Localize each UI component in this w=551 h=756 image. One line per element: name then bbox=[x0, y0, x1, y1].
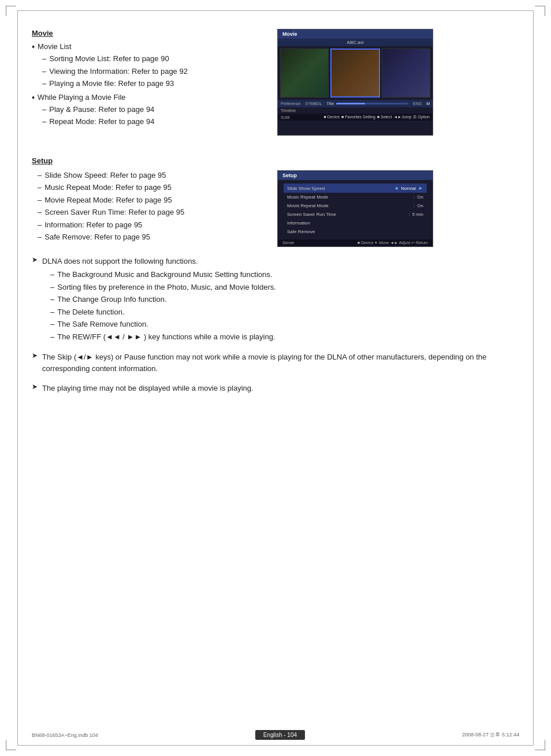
footer-file: BN68-01653A~Eng.indb 104 bbox=[32, 732, 98, 738]
diamond-icon: ♦ bbox=[32, 43, 35, 50]
while-playing-item: ♦ While Playing a Movie File bbox=[32, 93, 260, 102]
thumbnail-3 bbox=[382, 48, 430, 98]
dash-icon: – bbox=[42, 53, 46, 65]
slideshow-val: Normal bbox=[401, 186, 416, 191]
movie-ui-screenshot: Movie ABC.avi Preference SYMBOL Title bbox=[277, 29, 433, 136]
note-playtime-text: The playing time may not be displayed wh… bbox=[42, 383, 519, 394]
pref-label: Preference bbox=[281, 102, 300, 106]
dash-icon: – bbox=[38, 231, 42, 243]
dash-icon: – bbox=[42, 66, 46, 77]
setup-item: Screen Saver Run Time: Refer to page 95 bbox=[44, 207, 184, 218]
dash-icon: – bbox=[50, 319, 54, 330]
symbol-label: SYMBOL bbox=[305, 102, 322, 106]
diamond-icon: ♦ bbox=[32, 94, 35, 100]
list-item: – Safe Remove: Refer to page 95 bbox=[38, 231, 260, 243]
while-playing-label: While Playing a Movie File bbox=[38, 93, 125, 102]
list-item: – Sorting files by preference in the Pho… bbox=[50, 282, 519, 293]
notes-section: ➤ DLNA does not support the following fu… bbox=[32, 256, 519, 395]
note-arrow-icon: ➤ bbox=[32, 383, 38, 391]
note-skip: ➤ The Skip (◄/► keys) or Pause function … bbox=[32, 351, 519, 375]
music-label: Music Repeat Mode bbox=[287, 194, 411, 200]
subitem-text: Sorting Movie List: Refer to page 90 bbox=[49, 53, 169, 65]
list-item: – Sorting Movie List: Refer to page 90 bbox=[42, 53, 260, 65]
bottom-left: SUM bbox=[281, 115, 290, 119]
saferemove-label: Safe Remove bbox=[287, 229, 423, 234]
footer-timestamp: 2008-08-27 오후 5:12:44 bbox=[462, 731, 519, 739]
note-arrow-icon: ➤ bbox=[32, 351, 38, 360]
dash-icon: – bbox=[42, 104, 46, 115]
subitem-text: Playing a Movie file: Refer to page 93 bbox=[49, 78, 174, 89]
setup-row-screensaver: Screen Saver Run Time : 5 min bbox=[284, 210, 427, 219]
movie-list-subitems: – Sorting Movie List: Refer to page 90 –… bbox=[42, 53, 260, 89]
dash-icon: – bbox=[38, 207, 42, 218]
setup-row-movie: Movie Repeat Mode : On bbox=[284, 201, 427, 210]
dash-icon: – bbox=[38, 182, 42, 193]
title-label: Title bbox=[326, 102, 334, 106]
list-item: – Playing a Movie file: Refer to page 93 bbox=[42, 78, 260, 89]
slideshow-label: Slide Show Speed bbox=[287, 186, 393, 191]
setup-ui-header: Setup bbox=[278, 171, 433, 180]
note-arrow-icon: ➤ bbox=[32, 256, 38, 264]
note-dlna-subitems: – The Background Music and Background Mu… bbox=[50, 269, 519, 342]
movie-ui-filename: ABC.avi bbox=[278, 39, 433, 46]
note-dlna-text: DLNA does not support the following func… bbox=[42, 256, 519, 343]
bottom-icons: ■ Device ■ Favorites Setting ■ Select ◄►… bbox=[324, 115, 430, 119]
movie-info-bar: Preference SYMBOL Title ENG M bbox=[278, 100, 433, 107]
setup-item: Information: Refer to page 95 bbox=[44, 219, 142, 231]
setup-bottom-left: Server bbox=[282, 241, 295, 245]
movie-timeline: Timeline bbox=[278, 107, 433, 114]
setup-item: Music Repeat Mode: Refer to page 95 bbox=[44, 182, 172, 193]
list-item: – Repeat Mode: Refer to page 94 bbox=[42, 116, 260, 128]
dash-icon: – bbox=[42, 78, 46, 89]
music-val: On bbox=[417, 194, 423, 200]
setup-row-music: Music Repeat Mode : On bbox=[284, 193, 427, 201]
list-item: – Slide Show Speed: Refer to page 95 bbox=[38, 170, 260, 181]
list-item: – The Delete function. bbox=[50, 306, 519, 318]
setup-section: Setup – Slide Show Speed: Refer to page … bbox=[32, 156, 260, 243]
page-footer: BN68-01653A~Eng.indb 104 English - 104 2… bbox=[0, 730, 551, 740]
setup-item: Slide Show Speed: Refer to page 95 bbox=[44, 170, 166, 181]
dash-icon: – bbox=[50, 331, 54, 343]
thumbnail-2 bbox=[330, 48, 380, 98]
movie-repeat-val: On bbox=[417, 203, 423, 208]
setup-heading: Setup bbox=[32, 156, 260, 165]
setup-ui-screenshot: Setup Slide Show Speed ◄ Normal ► M bbox=[277, 170, 433, 247]
list-item: – The Safe Remove function. bbox=[50, 319, 519, 330]
list-item: – Viewing the Information: Refer to page… bbox=[42, 66, 260, 77]
subitem-text: Viewing the Information: Refer to page 9… bbox=[49, 66, 188, 77]
setup-ui-body: Slide Show Speed ◄ Normal ► Music Repeat… bbox=[278, 180, 433, 239]
slideshow-value: ◄ Normal ► bbox=[393, 185, 423, 191]
thumbnail-1 bbox=[280, 48, 329, 98]
setup-ui-title: Setup bbox=[282, 173, 297, 178]
setup-bottom-right: ■ Device ✦ Move ◄► Adjust ↩ Return bbox=[358, 241, 428, 245]
dash-icon: – bbox=[50, 269, 54, 280]
subitem-text: Play & Pause: Refer to page 94 bbox=[49, 104, 154, 115]
list-item: – Music Repeat Mode: Refer to page 95 bbox=[38, 182, 260, 193]
movie-list-item: ♦ Movie List bbox=[32, 42, 260, 51]
dash-icon: – bbox=[50, 306, 54, 318]
screensaver-label: Screen Saver Run Time bbox=[287, 212, 406, 217]
setup-row-info: Information bbox=[284, 219, 427, 227]
movie-heading: Movie bbox=[32, 29, 260, 38]
progress-fill bbox=[336, 103, 365, 104]
list-item: – The Background Music and Background Mu… bbox=[50, 269, 519, 280]
dash-icon: – bbox=[38, 219, 42, 231]
eng-label: ENG bbox=[413, 102, 422, 106]
dash-icon: – bbox=[42, 116, 46, 128]
subitem-text: Repeat Mode: Refer to page 94 bbox=[49, 116, 154, 128]
note-playtime: ➤ The playing time may not be displayed … bbox=[32, 383, 519, 394]
list-item: – Information: Refer to page 95 bbox=[38, 219, 260, 231]
movie-ui-title: Movie bbox=[282, 31, 297, 37]
progress-bar bbox=[336, 103, 408, 104]
setup-row-saferemove: Safe Remove bbox=[284, 227, 427, 236]
setup-item: Movie Repeat Mode: Refer to page 95 bbox=[44, 194, 172, 206]
while-playing-subitems: – Play & Pause: Refer to page 94 – Repea… bbox=[42, 104, 260, 128]
movie-section: Movie ♦ Movie List – Sorting Movie List:… bbox=[32, 29, 260, 128]
info-row: Title bbox=[326, 102, 408, 106]
m-label: M bbox=[426, 102, 430, 106]
movie-ui-header: Movie bbox=[278, 29, 433, 39]
screensaver-val: 5 min bbox=[412, 212, 423, 217]
dash-icon: – bbox=[38, 194, 42, 206]
page-number-badge: English - 104 bbox=[255, 730, 305, 740]
setup-bottom-bar: Server ■ Device ✦ Move ◄► Adjust ↩ Retur… bbox=[278, 239, 433, 246]
